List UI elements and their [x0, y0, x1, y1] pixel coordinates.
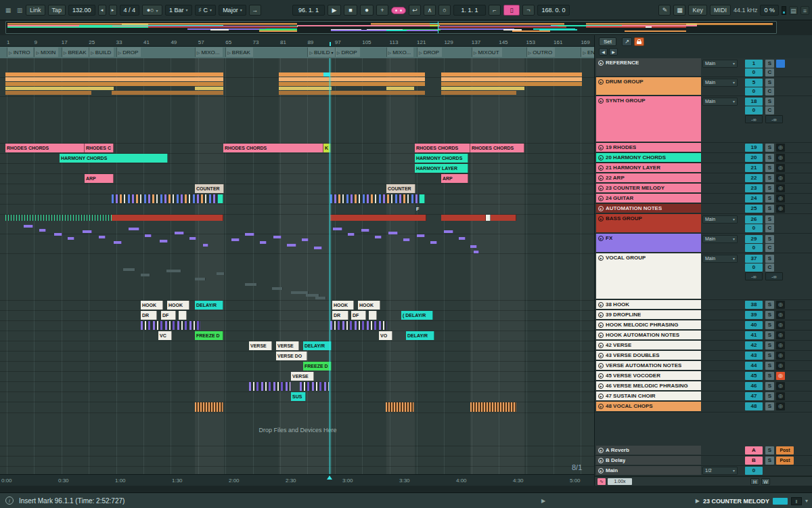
- locator-build[interactable]: ▷BUILD▾: [307, 47, 336, 57]
- clip[interactable]: [369, 311, 377, 320]
- track-vocal-group[interactable]: ▸VOCAL GROUPMain▾37S0C-∞-∞: [595, 253, 812, 300]
- clip[interactable]: [141, 274, 150, 276]
- volume-value[interactable]: 0: [745, 244, 763, 252]
- clip[interactable]: [314, 247, 322, 249]
- clip[interactable]: [420, 194, 425, 203]
- clip-rhodes-c[interactable]: RHODES C: [85, 144, 114, 152]
- width-button[interactable]: W: [761, 478, 770, 485]
- clip[interactable]: [470, 402, 516, 412]
- track-47-sustain-choir[interactable]: ▸47 SUSTAIN CHOIR47S◎: [595, 391, 812, 402]
- clip[interactable]: [315, 297, 326, 299]
- clip[interactable]: [129, 228, 139, 230]
- options-grid-icon[interactable]: ▦: [3, 5, 14, 15]
- preview-icon[interactable]: ▥: [16, 5, 23, 15]
- clip-verse[interactable]: VERSE: [291, 372, 314, 381]
- clip[interactable]: [112, 194, 218, 203]
- clip[interactable]: [441, 72, 582, 77]
- loop-toggle[interactable]: ▯: [503, 5, 520, 16]
- solo-button[interactable]: S: [765, 341, 774, 350]
- locator-intro[interactable]: ▷INTRO: [7, 47, 33, 57]
- lock-envelopes-icon[interactable]: [634, 37, 644, 46]
- solo-button[interactable]: S: [765, 144, 774, 152]
- record-button[interactable]: ●: [360, 5, 374, 16]
- clip[interactable]: [474, 251, 479, 253]
- clip[interactable]: [403, 238, 410, 241]
- play-button[interactable]: ▶: [328, 5, 341, 16]
- clip[interactable]: [24, 225, 33, 228]
- clip-freeze-d[interactable]: FREEZE D: [303, 362, 332, 371]
- show-overview-toggle[interactable]: ▤: [789, 6, 798, 15]
- scale-name-select[interactable]: Major▾: [219, 5, 246, 16]
- clip-counter[interactable]: COUNTER: [386, 184, 415, 193]
- menu-icon[interactable]: ≡: [800, 6, 809, 15]
- device-indicator[interactable]: ◎: [776, 194, 785, 203]
- solo-button[interactable]: S: [765, 255, 774, 263]
- clip[interactable]: [5, 91, 91, 95]
- track-reference[interactable]: ▸REFERENCEMain▾1S0C: [595, 58, 812, 77]
- solo-button[interactable]: S: [765, 60, 774, 68]
- solo-button[interactable]: S: [765, 205, 774, 213]
- clip-df[interactable]: DF: [161, 311, 176, 320]
- clip[interactable]: [441, 215, 486, 221]
- track-43-verse-doubles[interactable]: ▸43 VERSE DOUBLES43S◎: [595, 351, 812, 361]
- clip[interactable]: [348, 233, 355, 236]
- track-drum-group[interactable]: ▸DRUM GROUPMain▾5S0C: [595, 77, 812, 96]
- volume-value[interactable]: 0: [745, 263, 763, 272]
- info-icon[interactable]: i: [5, 496, 14, 505]
- volume-value[interactable]: 0: [745, 224, 763, 232]
- locator-row[interactable]: ▷INTRO▷MIXIN▷BREAK▷BUILD▷DROP▷MIXO...▷BR…: [0, 47, 594, 58]
- clip[interactable]: [272, 287, 283, 290]
- clip[interactable]: [160, 240, 168, 242]
- track-a-reverb[interactable]: ▸A ReverbASPost: [595, 446, 812, 456]
- clip[interactable]: [5, 77, 223, 81]
- locator-mixo-[interactable]: ▷MIXO...: [195, 47, 223, 57]
- clip[interactable]: [145, 234, 152, 237]
- locator-end[interactable]: ▷END: [581, 47, 594, 57]
- clip[interactable]: [486, 215, 491, 221]
- device-indicator[interactable]: ◎: [776, 174, 785, 182]
- clip-delay-r[interactable]: DELAY/R: [406, 331, 434, 340]
- overview-strip[interactable]: [5, 21, 777, 34]
- clip-df[interactable]: DF: [351, 311, 366, 320]
- crossfade-button[interactable]: C: [765, 224, 774, 232]
- clip[interactable]: [189, 237, 196, 240]
- clip[interactable]: [5, 82, 223, 86]
- solo-button[interactable]: S: [765, 311, 774, 319]
- clip[interactable]: [141, 321, 200, 330]
- clip[interactable]: [302, 238, 309, 241]
- clip[interactable]: [39, 229, 46, 232]
- locator-outro[interactable]: ▷OUTRO: [526, 47, 556, 57]
- clip[interactable]: [441, 87, 524, 90]
- clip[interactable]: [333, 228, 342, 230]
- device-indicator[interactable]: ◎: [776, 402, 785, 410]
- clip[interactable]: [279, 91, 425, 95]
- time-signature-value[interactable]: 4 / 4: [120, 5, 140, 16]
- clip-dr[interactable]: DR: [141, 311, 157, 320]
- clip[interactable]: [441, 77, 582, 81]
- track-21-harmony-layer[interactable]: ▸21 HARMONY LAYER21S◎: [595, 163, 812, 173]
- locator-drop[interactable]: ▷DROP: [335, 47, 360, 57]
- nudge-up-button[interactable]: ▸: [109, 5, 117, 16]
- clip-f[interactable]: F: [415, 205, 424, 213]
- crossfade-button[interactable]: C: [765, 106, 774, 114]
- clip-rhodes-chords[interactable]: RHODES CHORDS: [470, 144, 524, 152]
- clip-hook[interactable]: HOOK: [167, 301, 189, 310]
- clip[interactable]: [218, 194, 223, 203]
- clip[interactable]: [287, 244, 296, 247]
- draw-mode-toggle[interactable]: ✎: [658, 5, 671, 16]
- clip[interactable]: [279, 82, 425, 86]
- clip[interactable]: [114, 241, 122, 244]
- track-19-rhodes[interactable]: ▸19 RHODES19S◎: [595, 143, 812, 153]
- device-indicator[interactable]: ◎: [776, 341, 785, 350]
- device-indicator[interactable]: ◎: [776, 382, 785, 390]
- output-routing-select[interactable]: Main▾: [702, 98, 738, 106]
- send-b-value[interactable]: -∞: [765, 272, 783, 280]
- solo-button[interactable]: S: [765, 235, 774, 243]
- solo-button[interactable]: S: [765, 402, 774, 410]
- track-main[interactable]: ▸Main1/2▾0: [595, 466, 812, 476]
- arrangement-position-value[interactable]: 96. 1. 1: [292, 5, 325, 16]
- solo-button[interactable]: S: [765, 321, 774, 329]
- clip[interactable]: [375, 236, 382, 238]
- clip[interactable]: [5, 72, 223, 77]
- crossfade-button[interactable]: C: [765, 87, 774, 96]
